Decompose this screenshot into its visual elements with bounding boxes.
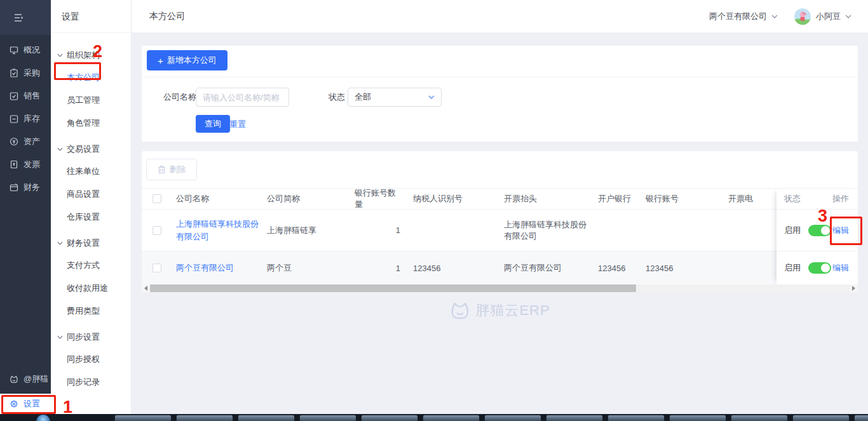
nav-item-inventory[interactable]: 库存 bbox=[0, 107, 51, 130]
nav-item-invoice[interactable]: 发票 bbox=[0, 153, 51, 176]
nav-item-label: 销售 bbox=[24, 90, 40, 102]
taskbar-window-button[interactable] bbox=[669, 415, 726, 421]
taskbar-window-button[interactable] bbox=[854, 415, 868, 421]
content: + 新增本方公司 公司名称 状态 全部 查询 重置 删除 bbox=[132, 33, 868, 414]
menu-item-sync-authorization[interactable]: 同步授权 bbox=[51, 348, 131, 371]
taskbar-window-button[interactable] bbox=[361, 415, 418, 421]
col-bank-account: 银行账号 bbox=[646, 189, 728, 209]
company-name-link[interactable]: 两个豆有限公司 bbox=[176, 262, 234, 274]
right-triangle-icon bbox=[852, 286, 855, 291]
nav-item-pangmao[interactable]: @胖猫 bbox=[0, 368, 51, 390]
scroll-right-arrow[interactable] bbox=[850, 284, 858, 292]
taskbar-window-button[interactable] bbox=[731, 415, 788, 421]
col-short-name: 公司简称 bbox=[267, 189, 355, 209]
menu-item-warehouse-settings[interactable]: 仓库设置 bbox=[51, 206, 131, 229]
nav-item-label: 概况 bbox=[24, 44, 40, 56]
menu-group-finance[interactable]: 财务设置 bbox=[51, 232, 131, 254]
menu-group-label: 财务设置 bbox=[67, 237, 100, 249]
select-all-checkbox[interactable] bbox=[153, 194, 161, 203]
settings-sidebar-title: 设置 bbox=[51, 0, 131, 33]
menu-item-business-partners[interactable]: 往来单位 bbox=[51, 160, 131, 183]
nav-item-label: 发票 bbox=[24, 159, 40, 170]
annotation-box-2 bbox=[54, 62, 101, 80]
annotation-number-1: 1 bbox=[63, 399, 72, 416]
menu-item-role-management[interactable]: 角色管理 bbox=[51, 112, 131, 135]
company-name-input[interactable] bbox=[196, 88, 289, 107]
nav-item-sales[interactable]: 销售 bbox=[0, 84, 51, 107]
nav-item-finance[interactable]: 财务 bbox=[0, 176, 51, 199]
invoice-icon bbox=[10, 160, 18, 169]
username-label: 小阿豆 bbox=[816, 11, 841, 22]
menu-item-expense-types[interactable]: 费用类型 bbox=[51, 300, 131, 323]
taskbar-window-button[interactable] bbox=[299, 415, 356, 421]
cell-invoice-title: 两个豆有限公司 bbox=[504, 251, 598, 284]
toggle-knob bbox=[821, 226, 830, 235]
collapse-menu-button[interactable] bbox=[0, 0, 51, 35]
start-button[interactable] bbox=[36, 415, 50, 421]
nav-item-label: 采购 bbox=[24, 67, 40, 79]
edit-link[interactable]: 编辑 bbox=[832, 262, 849, 274]
cell-bank-count: 1 bbox=[355, 210, 413, 251]
nav-item-label: 库存 bbox=[24, 113, 40, 124]
add-company-button[interactable]: + 新增本方公司 bbox=[147, 50, 227, 70]
annotation-number-3: 3 bbox=[818, 208, 827, 225]
page: 概况 采购 销售 库存 资产 发票 bbox=[0, 0, 868, 421]
chevron-down-icon bbox=[57, 147, 63, 151]
chevron-down-icon bbox=[771, 15, 778, 18]
menu-group-sync[interactable]: 同步设置 bbox=[51, 326, 131, 348]
cell-invoice-title: 上海胖猫链享科技股份有限公司 bbox=[504, 210, 598, 251]
scrollbar-track[interactable] bbox=[150, 284, 850, 292]
taskbar-window-button[interactable] bbox=[607, 415, 665, 421]
menu-item-payment-methods[interactable]: 支付方式 bbox=[51, 254, 131, 277]
scrollbar-thumb[interactable] bbox=[150, 284, 636, 292]
status-toggle[interactable] bbox=[808, 225, 831, 236]
reset-button[interactable]: 重置 bbox=[229, 119, 246, 130]
cell-bank-account: 123456 bbox=[646, 251, 728, 284]
nav-item-procurement[interactable]: 采购 bbox=[0, 62, 51, 84]
avatar[interactable] bbox=[794, 8, 811, 25]
row-checkbox[interactable] bbox=[153, 264, 161, 272]
menu-item-product-settings[interactable]: 商品设置 bbox=[51, 183, 131, 206]
nav-item-overview[interactable]: 概况 bbox=[0, 39, 51, 62]
col-invoice-title: 开票抬头 bbox=[504, 189, 598, 209]
toggle-knob bbox=[821, 264, 830, 272]
menu-item-payment-purposes[interactable]: 收付款用途 bbox=[51, 277, 131, 300]
taskbar-window-button[interactable] bbox=[238, 415, 295, 421]
plus-icon: + bbox=[158, 56, 163, 65]
taskbar-window-button[interactable] bbox=[114, 415, 172, 421]
company-switcher[interactable]: 两个豆有限公司 bbox=[709, 11, 778, 22]
annotation-number-2: 2 bbox=[93, 43, 102, 60]
menu-group-label: 同步设置 bbox=[67, 331, 100, 343]
nav-item-assets[interactable]: 资产 bbox=[0, 130, 51, 153]
table-header-row: 公司名称 公司简称 银行账号数量 纳税人识别号 开票抬头 开户银行 银行账号 开… bbox=[142, 188, 858, 210]
status-select[interactable]: 全部 bbox=[348, 88, 442, 107]
taskbar-window-button[interactable] bbox=[484, 415, 541, 421]
col-company-name: 公司名称 bbox=[176, 189, 267, 209]
company-name-link[interactable]: 上海胖猫链享科技股份有限公司 bbox=[176, 218, 262, 243]
main-area: 本方公司 两个豆有限公司 小阿豆 bbox=[132, 0, 868, 414]
menu-group-transaction[interactable]: 交易设置 bbox=[51, 138, 131, 160]
menu-item-employee-management[interactable]: 员工管理 bbox=[51, 89, 131, 112]
trash-icon bbox=[158, 165, 166, 174]
taskbar-window-button[interactable] bbox=[423, 415, 480, 421]
fixed-header-row: 状态 操作 bbox=[776, 188, 858, 210]
menu-item-sync-records[interactable]: 同步记录 bbox=[51, 371, 131, 394]
search-button[interactable]: 查询 bbox=[196, 115, 230, 133]
cell-tax-id bbox=[413, 210, 504, 251]
table-card: 删除 公司名称 公司简称 银行账号数量 纳税人识别号 开票抬头 开户银行 银行账… bbox=[142, 151, 858, 292]
user-menu[interactable]: 小阿豆 bbox=[816, 11, 851, 22]
scroll-left-arrow[interactable] bbox=[142, 284, 150, 292]
cell-bank-name bbox=[598, 210, 646, 251]
row-checkbox[interactable] bbox=[153, 226, 161, 235]
status-toggle[interactable] bbox=[808, 262, 831, 274]
status-label: 状态 bbox=[329, 88, 345, 107]
cell-bank-count: 1 bbox=[355, 251, 413, 284]
nav-item-label: 财务 bbox=[24, 182, 40, 193]
windows-taskbar bbox=[0, 414, 868, 421]
taskbar-window-button[interactable] bbox=[176, 415, 233, 421]
delete-button[interactable]: 删除 bbox=[146, 159, 197, 180]
taskbar-window-button[interactable] bbox=[792, 415, 850, 421]
taskbar-window-button[interactable] bbox=[546, 415, 603, 421]
overview-icon bbox=[10, 46, 18, 55]
chevron-down-icon bbox=[845, 15, 851, 18]
